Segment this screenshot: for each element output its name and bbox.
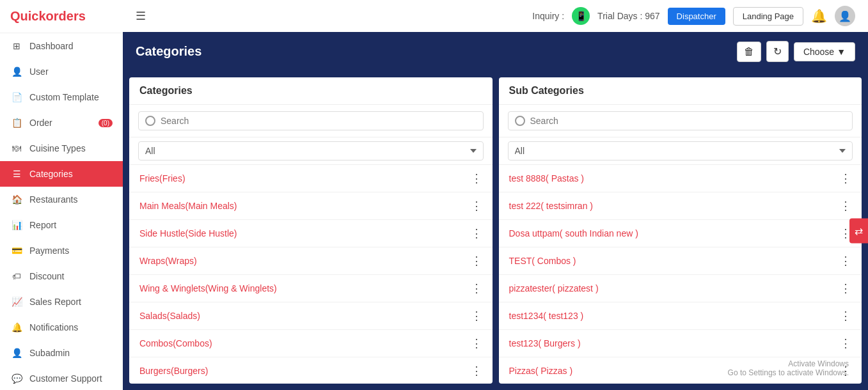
sidebar-icon-report: 📊 — [10, 219, 23, 231]
table-row[interactable]: test123( Burgers ) ⋮ — [499, 330, 862, 357]
sidebar-icon-notifications: 🔔 — [10, 321, 23, 334]
category-item-label: Side Hustle(Side Hustle) — [139, 228, 471, 238]
table-row[interactable]: Fries(Fries) ⋮ — [129, 165, 493, 192]
main-content: ☰ Inquiry : 📱 Trial Days : 967 Dispatche… — [123, 0, 868, 390]
sidebar-item-dashboard[interactable]: ⊞ Dashboard — [0, 33, 123, 59]
search-icon — [515, 116, 525, 126]
sidebar-item-notifications[interactable]: 🔔 Notifications — [0, 315, 123, 340]
content-area: Categories 🗑 ↻ Choose ▼ Categories — [123, 32, 868, 390]
sidebar-label-payments: Payments — [29, 246, 69, 256]
sidebar-item-user[interactable]: 👤 User — [0, 59, 123, 84]
subcategory-item-label: test1234( test123 ) — [509, 311, 840, 321]
float-action-button[interactable]: ⇄ — [849, 218, 868, 243]
subcategories-list: test 8888( Pastas ) ⋮ test 222( testsimr… — [499, 165, 862, 384]
sidebar-label-customer-support: Customer Support — [29, 373, 102, 384]
kebab-menu-icon[interactable]: ⋮ — [840, 281, 851, 295]
categories-filter-container: All — [129, 137, 493, 165]
logo: Quickorders — [0, 0, 123, 33]
notification-bell-icon[interactable]: 🔔 — [811, 8, 827, 24]
table-row[interactable]: Combos(Combos) ⋮ — [129, 330, 493, 357]
sidebar-item-custom-template[interactable]: 📄 Custom Template — [0, 84, 123, 110]
kebab-menu-icon[interactable]: ⋮ — [471, 281, 482, 295]
kebab-menu-icon[interactable]: ⋮ — [471, 364, 482, 378]
kebab-menu-icon[interactable]: ⋮ — [840, 336, 851, 350]
categories-list: Fries(Fries) ⋮ Main Meals(Main Meals) ⋮ … — [129, 165, 493, 384]
sidebar-label-order: Order — [29, 118, 52, 128]
sidebar-label-user: User — [29, 66, 49, 77]
sidebar-item-cuisine-types[interactable]: 🍽 Cuisine Types — [0, 136, 123, 161]
avatar[interactable]: 👤 — [835, 6, 855, 26]
sidebar-icon-dashboard: ⊞ — [10, 40, 23, 52]
choose-button[interactable]: Choose ▼ — [794, 42, 855, 61]
sidebar-label-categories: Categories — [29, 169, 73, 179]
panels-container: Categories All Fries(Fries) ⋮ Main Meals… — [123, 71, 868, 390]
landing-page-button[interactable]: Landing Page — [733, 7, 803, 26]
sidebar-icon-discount: 🏷 — [10, 270, 23, 283]
kebab-menu-icon[interactable]: ⋮ — [471, 226, 482, 240]
sidebar-label-sales-report: Sales Report — [29, 297, 81, 307]
categories-search-input[interactable] — [161, 116, 477, 126]
kebab-menu-icon[interactable]: ⋮ — [471, 254, 482, 268]
sidebar-item-order[interactable]: 📋 Order (0) — [0, 110, 123, 136]
kebab-menu-icon[interactable]: ⋮ — [840, 254, 851, 268]
table-row[interactable]: Pizzas( Pizzas ) ⋮ — [499, 357, 862, 384]
sidebar-icon-restaurants: 🏠 — [10, 193, 23, 206]
page-title: Categories — [136, 44, 201, 59]
sidebar-item-report[interactable]: 📊 Report — [0, 212, 123, 238]
kebab-menu-icon[interactable]: ⋮ — [471, 309, 482, 323]
sidebar-item-categories[interactable]: ☰ Categories — [0, 161, 123, 187]
table-row[interactable]: Side Hustle(Side Hustle) ⋮ — [129, 220, 493, 247]
sidebar-item-customer-support[interactable]: 💬 Customer Support — [0, 366, 123, 390]
subcategory-item-label: Dosa uttpam( south Indian new ) — [509, 228, 840, 238]
subcategory-item-label: Pizzas( Pizzas ) — [509, 366, 840, 376]
menu-icon[interactable]: ☰ — [136, 9, 146, 23]
kebab-menu-icon[interactable]: ⋮ — [840, 309, 851, 323]
table-row[interactable]: TEST( Combos ) ⋮ — [499, 247, 862, 275]
table-row[interactable]: test 222( testsimran ) ⋮ — [499, 192, 862, 220]
category-item-label: Salads(Salads) — [139, 311, 471, 321]
sidebar-item-payments[interactable]: 💳 Payments — [0, 238, 123, 263]
table-row[interactable]: Dosa uttpam( south Indian new ) ⋮ — [499, 220, 862, 247]
whatsapp-icon: 📱 — [572, 7, 590, 25]
sidebar-nav: ⊞ Dashboard 👤 User 📄 Custom Template 📋 O… — [0, 33, 123, 390]
inquiry-label: Inquiry : — [532, 11, 564, 21]
trial-days: Trial Days : 967 — [597, 11, 660, 21]
categories-filter-select[interactable]: All — [138, 141, 484, 160]
refresh-button[interactable]: ↻ — [766, 41, 789, 62]
table-row[interactable]: Salads(Salads) ⋮ — [129, 302, 493, 330]
kebab-menu-icon[interactable]: ⋮ — [471, 171, 482, 185]
sidebar-label-discount: Discount — [29, 271, 64, 281]
sidebar-icon-order: 📋 — [10, 116, 23, 129]
sidebar-label-dashboard: Dashboard — [29, 41, 74, 51]
dispatcher-button[interactable]: Dispatcher — [668, 8, 725, 25]
category-item-label: Fries(Fries) — [139, 173, 471, 183]
sidebar-item-restaurants[interactable]: 🏠 Restaurants — [0, 187, 123, 212]
kebab-menu-icon[interactable]: ⋮ — [840, 199, 851, 213]
subcategory-item-label: TEST( Combos ) — [509, 256, 840, 266]
kebab-menu-icon[interactable]: ⋮ — [471, 336, 482, 350]
delete-button[interactable]: 🗑 — [737, 42, 761, 62]
sidebar-label-notifications: Notifications — [29, 322, 78, 332]
kebab-menu-icon[interactable]: ⋮ — [471, 199, 482, 213]
sidebar-item-discount[interactable]: 🏷 Discount — [0, 263, 123, 289]
kebab-menu-icon[interactable]: ⋮ — [840, 171, 851, 185]
table-row[interactable]: test1234( test123 ) ⋮ — [499, 302, 862, 330]
table-row[interactable]: Wing & Winglets(Wing & Winglets) ⋮ — [129, 275, 493, 302]
subcategories-filter-select[interactable]: All — [508, 141, 853, 160]
badge-order: (0) — [99, 119, 113, 127]
kebab-menu-icon[interactable]: ⋮ — [840, 364, 851, 378]
table-row[interactable]: pizzatester( pizzatest ) ⋮ — [499, 275, 862, 302]
categories-search-container — [129, 105, 493, 137]
sidebar-item-sales-report[interactable]: 📈 Sales Report — [0, 289, 123, 315]
table-row[interactable]: Burgers(Burgers) ⋮ — [129, 357, 493, 384]
categories-panel: Categories All Fries(Fries) ⋮ Main Meals… — [129, 77, 493, 384]
sidebar-item-subadmin[interactable]: 👤 Subadmin — [0, 340, 123, 366]
subcategories-search-input[interactable] — [530, 116, 846, 126]
category-item-label: Burgers(Burgers) — [139, 366, 471, 376]
search-icon — [145, 116, 155, 126]
table-row[interactable]: Main Meals(Main Meals) ⋮ — [129, 192, 493, 220]
table-row[interactable]: Wraps(Wraps) ⋮ — [129, 247, 493, 275]
sidebar-icon-customer-support: 💬 — [10, 372, 23, 385]
sidebar-label-restaurants: Restaurants — [29, 194, 77, 205]
table-row[interactable]: test 8888( Pastas ) ⋮ — [499, 165, 862, 192]
